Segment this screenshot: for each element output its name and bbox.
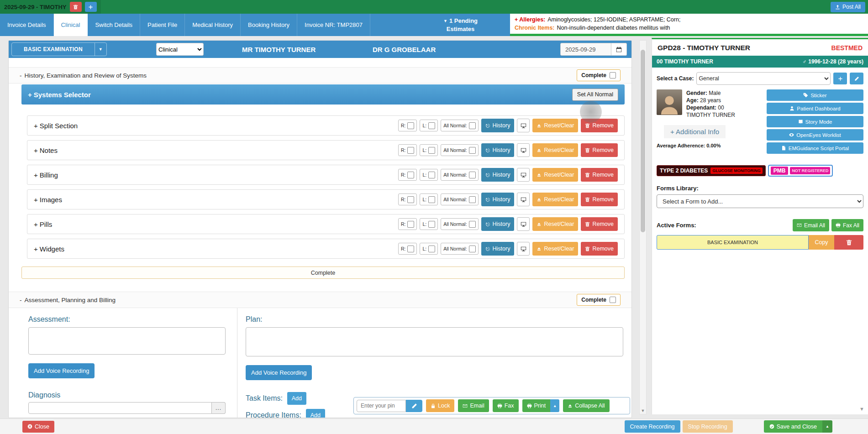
left-checkbox[interactable] bbox=[428, 122, 435, 129]
right-checkbox[interactable] bbox=[407, 147, 414, 154]
tab-clinical[interactable]: Clinical bbox=[54, 14, 88, 36]
tab-booking-history[interactable]: Booking History bbox=[241, 14, 297, 36]
left-checkbox-group[interactable]: L: bbox=[420, 144, 438, 156]
session-tab[interactable]: 2025-09-29 - TIMOTHY bbox=[0, 0, 101, 14]
delete-session-button[interactable] bbox=[70, 2, 82, 12]
fax-all-button[interactable]: Fax All bbox=[831, 219, 863, 231]
close-button[interactable]: Close bbox=[22, 421, 54, 433]
save-options-caret[interactable]: ▲ bbox=[822, 420, 832, 433]
pin-input[interactable] bbox=[357, 400, 406, 412]
add-task-item-button[interactable]: Add bbox=[287, 392, 306, 405]
all-normal-checkbox[interactable] bbox=[469, 172, 476, 178]
plan-textarea[interactable] bbox=[246, 327, 623, 356]
delete-form-button[interactable] bbox=[834, 235, 863, 250]
remove-button[interactable]: Remove bbox=[581, 217, 618, 231]
reset-clear-button[interactable]: Reset/Clear bbox=[532, 143, 578, 157]
right-checkbox[interactable] bbox=[407, 122, 414, 129]
vertical-scrollbar[interactable]: ▼ bbox=[639, 40, 647, 414]
monitor-button[interactable] bbox=[517, 193, 530, 206]
monitor-button[interactable] bbox=[517, 168, 530, 182]
right-checkbox-group[interactable]: R: bbox=[398, 144, 417, 156]
lock-button[interactable]: Lock bbox=[426, 399, 454, 412]
reset-clear-button[interactable]: Reset/Clear bbox=[532, 193, 578, 206]
row-label[interactable]: +Pills bbox=[34, 220, 52, 228]
patient-dashboard-button[interactable]: Patient Dashboard bbox=[767, 103, 863, 114]
date-field[interactable]: 2025-09-29 bbox=[560, 43, 611, 56]
history-complete-toggle[interactable]: Complete bbox=[577, 69, 621, 81]
row-label[interactable]: +Images bbox=[34, 196, 62, 204]
tab-medical-history[interactable]: Medical History bbox=[185, 14, 241, 36]
left-checkbox[interactable] bbox=[428, 172, 435, 178]
complete-checkbox[interactable] bbox=[610, 72, 616, 78]
print-options-caret[interactable]: ▲ bbox=[550, 399, 559, 412]
all-normal-checkbox[interactable] bbox=[469, 122, 476, 129]
complete-checkbox[interactable] bbox=[610, 297, 616, 303]
assessment-textarea[interactable] bbox=[28, 327, 226, 355]
left-checkbox-group[interactable]: L: bbox=[420, 243, 438, 255]
patient-bar[interactable]: 00 TIMOTHY TURNER ♂1996-12-28 (28 years) bbox=[652, 56, 868, 68]
set-all-normal-button[interactable]: Set All Normal bbox=[572, 89, 618, 101]
row-label[interactable]: +Widgets bbox=[34, 245, 64, 253]
history-button[interactable]: History bbox=[481, 242, 515, 256]
active-form-name[interactable]: BASIC EXAMINATION bbox=[657, 235, 809, 250]
remove-button[interactable]: Remove bbox=[581, 193, 618, 206]
add-case-button[interactable] bbox=[833, 73, 847, 84]
tab-patient-file[interactable]: Patient File bbox=[140, 14, 185, 36]
right-checkbox-group[interactable]: R: bbox=[398, 120, 417, 131]
email-button[interactable]: Email bbox=[458, 399, 489, 412]
all-normal-checkbox[interactable] bbox=[469, 196, 476, 203]
diagnosis-lookup-button[interactable]: ... bbox=[212, 402, 226, 414]
tab-switch-details[interactable]: Switch Details bbox=[88, 14, 140, 36]
remove-button[interactable]: Remove bbox=[581, 119, 618, 132]
history-button[interactable]: History bbox=[481, 143, 515, 157]
left-checkbox[interactable] bbox=[428, 147, 435, 154]
copy-form-button[interactable]: Copy bbox=[809, 235, 834, 250]
reset-clear-button[interactable]: Reset/Clear bbox=[532, 217, 578, 231]
add-voice-recording-button[interactable]: Add Voice Recording bbox=[246, 365, 312, 380]
right-checkbox[interactable] bbox=[407, 221, 414, 228]
left-checkbox[interactable] bbox=[428, 196, 435, 203]
left-checkbox-group[interactable]: L: bbox=[420, 169, 438, 181]
left-checkbox-group[interactable]: L: bbox=[420, 193, 438, 205]
history-section-header[interactable]: - History, Examination and Review of Sys… bbox=[9, 67, 631, 84]
right-checkbox-group[interactable]: R: bbox=[398, 218, 417, 230]
all-normal-checkbox-group[interactable]: All Normal: bbox=[441, 243, 478, 255]
monitor-button[interactable] bbox=[517, 217, 530, 231]
complete-bar-button[interactable]: Complete bbox=[21, 267, 625, 279]
calendar-button[interactable] bbox=[611, 43, 627, 56]
reset-clear-button[interactable]: Reset/Clear bbox=[532, 168, 578, 182]
emguidance-script-portal-button[interactable]: EMGuidance Script Portal bbox=[767, 142, 863, 154]
forms-library-select[interactable]: Select a Form to Add... bbox=[657, 194, 863, 208]
all-normal-checkbox-group[interactable]: All Normal: bbox=[441, 218, 478, 230]
save-and-close-button[interactable]: Save and Close bbox=[764, 420, 822, 433]
story-mode-button[interactable]: Story Mode bbox=[767, 116, 863, 127]
row-label[interactable]: +Billing bbox=[34, 171, 58, 179]
tab-invoice-details[interactable]: Invoice Details bbox=[0, 14, 54, 36]
right-checkbox[interactable] bbox=[407, 246, 414, 252]
left-checkbox[interactable] bbox=[428, 221, 435, 228]
systems-selector-bar[interactable]: + Systems Selector Set All Normal bbox=[21, 84, 625, 105]
history-button[interactable]: History bbox=[481, 193, 515, 206]
additional-info-toggle[interactable]: + Additional Info bbox=[664, 125, 726, 138]
add-session-button[interactable] bbox=[85, 2, 97, 12]
scroll-down-icon[interactable]: ▼ bbox=[640, 408, 646, 413]
row-label[interactable]: +Split Section bbox=[34, 122, 78, 130]
reset-clear-button[interactable]: Reset/Clear bbox=[532, 242, 578, 256]
history-button[interactable]: History bbox=[481, 168, 515, 182]
left-checkbox-group[interactable]: L: bbox=[420, 120, 438, 131]
left-checkbox[interactable] bbox=[428, 246, 435, 252]
all-normal-checkbox[interactable] bbox=[469, 246, 476, 252]
all-normal-checkbox-group[interactable]: All Normal: bbox=[441, 144, 478, 156]
monitor-button[interactable] bbox=[517, 242, 530, 256]
template-select-button[interactable]: BASIC EXAMINATION ▼ bbox=[11, 42, 107, 56]
left-checkbox-group[interactable]: L: bbox=[420, 218, 438, 230]
assessment-section-header[interactable]: - Assessment, Planning and Billing Compl… bbox=[9, 292, 631, 308]
case-select[interactable]: General bbox=[696, 72, 831, 85]
history-button[interactable]: History bbox=[481, 217, 515, 231]
scrollbar-thumb[interactable] bbox=[641, 50, 645, 232]
monitor-button[interactable] bbox=[517, 143, 530, 157]
all-normal-checkbox-group[interactable]: All Normal: bbox=[441, 193, 478, 205]
email-all-button[interactable]: Email All bbox=[793, 219, 829, 231]
tab-invoice-nr[interactable]: Invoice NR: TMP2807 bbox=[297, 14, 370, 36]
remove-button[interactable]: Remove bbox=[581, 242, 618, 256]
